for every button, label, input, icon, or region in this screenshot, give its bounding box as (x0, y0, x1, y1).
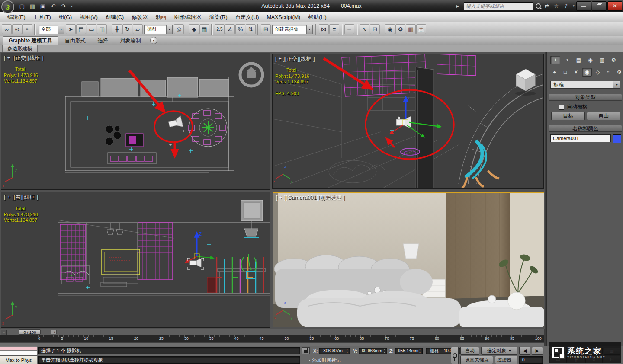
viewport-top-left[interactable]: y x [ + ][正交][线框 ] TotalPolys:1,473,916V… (1, 53, 270, 190)
close-button[interactable]: ✕ (607, 1, 622, 11)
collapse-icon[interactable]: ▸ (454, 3, 461, 9)
tab-freeform[interactable]: 自由形式 (59, 37, 91, 45)
dropdown-arrow-icon[interactable]: ▼ (58, 25, 64, 34)
communication-icon[interactable]: ⇄ (543, 3, 550, 9)
menu-item[interactable]: 帮助(H) (304, 12, 330, 22)
named-selection-dropdown[interactable]: 创建选择集 ▼ (272, 25, 313, 34)
menu-item[interactable]: 自定义(U) (231, 12, 263, 22)
favorites-icon[interactable]: ☆ (553, 3, 560, 9)
dropdown-arrow-icon[interactable]: ▼ (613, 81, 620, 88)
percent-snap-icon[interactable]: % (235, 24, 245, 34)
hierarchy-tab-icon[interactable]: ▤ (574, 56, 584, 64)
save-file-icon[interactable]: ▣ (38, 1, 48, 11)
qat-dropdown-icon[interactable]: ▾ (69, 1, 74, 11)
select-and-scale-icon[interactable]: ▱ (133, 24, 143, 34)
dropdown-arrow-icon[interactable]: ▼ (306, 25, 312, 34)
viewport-bottom-left[interactable]: Z y x (1, 192, 270, 328)
new-scene-icon[interactable]: ▢ (17, 1, 27, 11)
play-backwards-button[interactable]: ◀ (519, 347, 530, 355)
select-and-link-icon[interactable]: ∞ (2, 24, 12, 34)
trackbar-strip[interactable] (0, 342, 544, 346)
set-key-mode-button[interactable]: 设置关键点 (460, 356, 493, 364)
menu-item[interactable]: 图形编辑器 (170, 12, 206, 22)
undo-icon[interactable]: ↶ (48, 1, 58, 11)
set-keys-button[interactable] (451, 347, 459, 364)
snaps-toggle-icon[interactable]: 2.5 (215, 24, 225, 34)
subtab-polygon-modeling[interactable]: 多边形建模 (2, 45, 38, 52)
geometry-category-icon[interactable]: ● (549, 68, 559, 77)
autogrid-checkbox[interactable] (559, 105, 564, 110)
menu-item[interactable]: 动画 (152, 12, 170, 22)
camera-type-dropdown[interactable]: 标准 ▼ (550, 81, 620, 89)
object-color-swatch[interactable] (613, 134, 621, 143)
menu-item[interactable]: 视图(V) (76, 12, 102, 22)
bind-to-spacewarp-icon[interactable]: ≈ (22, 24, 32, 34)
auto-key-button[interactable]: 自动 (460, 347, 479, 355)
object-name-input[interactable]: Camera001 (550, 134, 611, 142)
spinner-snap-icon[interactable]: ⇅ (246, 24, 256, 34)
play-button[interactable]: ▶ (532, 347, 543, 355)
key-filter-selected-dropdown[interactable]: 选定对象 ▼ (481, 347, 517, 355)
edit-named-sets-icon[interactable]: ⊞ (261, 24, 271, 34)
restore-button[interactable] (592, 1, 607, 11)
ribbon-minimize-icon[interactable]: ▾ (150, 37, 157, 44)
menu-item[interactable]: 编辑(E) (3, 12, 29, 22)
maxscript-mini-listener-white[interactable] (0, 351, 37, 355)
angle-snap-icon[interactable]: ∠ (225, 24, 235, 34)
spacewarps-category-icon[interactable]: ≈ (604, 68, 613, 77)
tab-selection[interactable]: 选择 (92, 37, 114, 45)
select-and-rotate-icon[interactable]: ↻ (122, 24, 132, 34)
time-slider-grip[interactable]: 0 / 100 (19, 329, 41, 335)
select-by-name-icon[interactable]: ▤ (76, 24, 86, 34)
search-input[interactable] (464, 2, 533, 10)
z-coordinate-field[interactable]: 955.14mm ▴▾ (395, 348, 423, 354)
schedule-view-icon[interactable]: ⊡ (370, 24, 380, 34)
select-and-move-icon[interactable]: ╋ (112, 24, 122, 34)
application-menu-button[interactable]: 3 (1, 0, 14, 13)
y-coordinate-field[interactable]: 60.966mm ▴▾ (359, 348, 387, 354)
x-spinner[interactable]: ▴▾ (345, 348, 349, 354)
menu-item[interactable]: 组(G) (55, 12, 76, 22)
viewport-label[interactable]: [ + ][正交][线框 ] (4, 54, 44, 62)
unlink-selection-icon[interactable]: ⊘ (12, 24, 22, 34)
layer-manager-icon[interactable]: ≣ (344, 24, 354, 34)
menu-item[interactable]: MAXScript(M) (263, 12, 304, 22)
viewport-camera[interactable]: z x y [ + ][Camera001][明暗处理 ] (273, 192, 544, 327)
motion-tab-icon[interactable]: ◉ (585, 56, 595, 64)
help-icon[interactable]: ? (562, 3, 569, 9)
curve-editor-icon[interactable]: ∿ (360, 24, 369, 34)
helpers-category-icon[interactable]: ◇ (593, 68, 603, 77)
material-editor-icon[interactable]: ◉ (385, 24, 395, 34)
render-setup-icon[interactable]: ⚙ (395, 24, 405, 34)
selection-lock-toggle[interactable] (302, 347, 310, 354)
timeline-ruler[interactable]: 0510152025303540455055606570758085909510… (0, 335, 544, 342)
select-object-icon[interactable]: ➤ (66, 24, 76, 34)
reference-coordinate-dropdown[interactable]: 视图 ▼ (144, 25, 173, 34)
rect-selection-region-icon[interactable]: ▭ (87, 24, 96, 34)
free-camera-button[interactable]: 自由 (587, 112, 620, 120)
viewport-top-right[interactable]: z z (272, 54, 544, 189)
align-icon[interactable]: ≡ (329, 24, 339, 34)
current-frame-field[interactable]: 0 (519, 356, 543, 364)
create-tab-icon[interactable]: + (550, 56, 560, 64)
keyboard-override-icon[interactable]: ▦ (199, 24, 209, 34)
search-icon[interactable] (536, 3, 541, 9)
tab-graphite-modeling[interactable]: Graphite 建模工具 (3, 36, 58, 45)
viewport-label[interactable]: [ + ][右][线框 ] (4, 194, 39, 201)
menu-item[interactable]: 修改器 (128, 12, 152, 22)
menu-item[interactable]: 工具(T) (29, 12, 55, 22)
add-time-tag[interactable]: ◔ 添加时间标记 (308, 357, 340, 364)
cameras-category-icon[interactable]: ◉ (582, 68, 592, 77)
key-filters-button[interactable]: 过滤器... (495, 356, 517, 364)
lights-category-icon[interactable]: ☀ (571, 68, 581, 77)
utilities-tab-icon[interactable]: ⚙ (609, 56, 619, 64)
rollout-object-type[interactable]: 对象类型 (549, 94, 622, 101)
dropdown-arrow-icon[interactable]: ▼ (166, 25, 172, 34)
use-pivot-center-icon[interactable]: ◎ (174, 24, 184, 34)
help-dropdown-icon[interactable]: ▾ (572, 4, 575, 8)
x-coordinate-field[interactable]: -306.307m ▴▾ (319, 348, 350, 354)
max-to-phys-button[interactable]: Max to Phys (0, 355, 37, 364)
menu-item[interactable]: 创建(C) (102, 12, 128, 22)
rollout-name-color[interactable]: 名称和颜色 (549, 125, 622, 132)
redo-icon[interactable]: ↷ (59, 1, 68, 11)
